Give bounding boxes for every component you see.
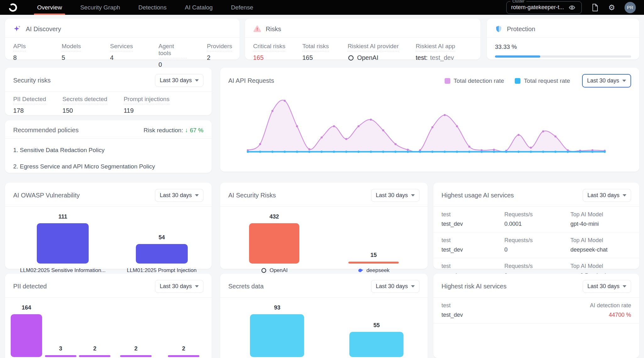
tab-overview[interactable]: Overview xyxy=(37,0,62,15)
card-ai-security-risks: AI Security Risks Last 30 days 432OpenAI… xyxy=(220,183,428,269)
period-dropdown[interactable]: Last 30 days xyxy=(155,280,203,293)
user-avatar[interactable]: PR xyxy=(625,2,636,13)
bar-column: 15deepseek xyxy=(348,252,399,274)
card-ai-api-requests: AI API Requests Total detection rate Tot… xyxy=(220,68,639,172)
risk-reduction-value: 67 % xyxy=(190,127,203,134)
requests-label: Requests/s xyxy=(504,263,570,270)
stat-label: Models xyxy=(62,43,81,51)
bar-column: 55AWS Access Key xyxy=(349,322,403,358)
stat-value: 0 xyxy=(158,61,187,68)
stat-value: 5 xyxy=(62,54,90,61)
stat-label: Providers xyxy=(207,43,232,51)
service-name: test xyxy=(441,237,504,244)
model-label: Top AI Model xyxy=(570,211,631,218)
detection-rate-value: 44700 % xyxy=(590,312,631,318)
period-dropdown[interactable]: Last 30 days xyxy=(371,280,419,293)
bar-column: 164US_SSN xyxy=(11,304,42,358)
stat-value: 8 xyxy=(13,54,42,61)
model-value: deepseek-chat xyxy=(570,247,631,253)
service-row[interactable]: testtest_dev Requests/s0.0001 Top AI Mod… xyxy=(433,207,639,232)
period-dropdown[interactable]: Last 30 days xyxy=(582,74,631,88)
protection-progress-track xyxy=(495,55,631,58)
shield-icon xyxy=(495,25,502,33)
bar-value-label: 3 xyxy=(59,345,62,352)
legend-total-request-rate[interactable]: Total request rate xyxy=(515,77,570,84)
bar xyxy=(136,244,188,264)
legend-total-detection-rate[interactable]: Total detection rate xyxy=(445,77,504,84)
bar-chart: 164US_SSN3US_SSN_RE2CRYPTO2PHONE_NUMBE..… xyxy=(5,304,212,358)
bar-column: 111LLM02:2025 Sensitive Information... xyxy=(20,213,106,274)
card-title: Risks xyxy=(266,26,281,33)
bar-category-label: OpenAI xyxy=(261,267,288,274)
bar-value-label: 55 xyxy=(373,322,380,329)
stat-label: Riskiest AI provider xyxy=(347,43,399,51)
stat-label: Total risks xyxy=(302,43,329,51)
tab-detections[interactable]: Detections xyxy=(138,0,167,15)
period-value: Last 30 days xyxy=(376,283,408,290)
bar-column: 2CRYPTO xyxy=(79,345,110,358)
settings-gear-icon[interactable]: ⚙ xyxy=(608,4,615,11)
tab-label: Detections xyxy=(138,4,167,11)
policy-item: 1. Sensitive Data Redaction Policy xyxy=(13,147,203,154)
tab-defense[interactable]: Defense xyxy=(231,0,253,15)
model-label: Top AI Model xyxy=(570,263,631,270)
bar-value-label: 432 xyxy=(269,213,279,220)
period-value: Last 30 days xyxy=(376,192,408,199)
stat-label: Services xyxy=(110,43,133,51)
detection-rate-label: AI detection rate xyxy=(590,302,631,309)
document-icon[interactable] xyxy=(591,3,599,12)
bar-column: 2PHONE_NUMBE... xyxy=(113,345,159,358)
period-dropdown[interactable]: Last 30 days xyxy=(155,189,203,202)
provider-name: OpenAI xyxy=(357,54,378,61)
period-dropdown[interactable]: Last 30 days xyxy=(371,189,419,202)
stat-label: Prompt injections xyxy=(124,96,169,104)
period-dropdown[interactable]: Last 30 days xyxy=(155,74,203,87)
tab-ai-catalog[interactable]: AI Catalog xyxy=(185,0,213,15)
service-name: test xyxy=(441,263,504,270)
bar xyxy=(11,314,42,357)
sparkle-icon xyxy=(13,25,21,33)
period-value: Last 30 days xyxy=(587,283,619,290)
stat-value: 150 xyxy=(63,107,108,114)
brand-logo-icon[interactable] xyxy=(8,3,18,12)
tab-security-graph[interactable]: Security Graph xyxy=(80,0,120,15)
chart-legend: Total detection rate Total request rate xyxy=(445,77,570,84)
service-row[interactable]: testtest_dev Requests/s0 Top AI Modeldee… xyxy=(433,232,639,258)
eye-icon[interactable] xyxy=(569,4,575,11)
period-value: Last 30 days xyxy=(587,77,619,84)
period-dropdown[interactable]: Last 30 days xyxy=(583,189,631,202)
protection-progress-fill xyxy=(495,55,540,58)
stat-label: Secrets detected xyxy=(63,96,108,104)
chevron-down-icon xyxy=(411,285,415,287)
service-workload: test_dev xyxy=(441,221,504,227)
chevron-down-icon xyxy=(622,80,626,82)
cluster-value: rotem-gatekeeper-t... xyxy=(511,4,564,11)
tab-label: Defense xyxy=(231,4,253,11)
risk-service-row[interactable]: test test_dev AI detection rate 44700 % xyxy=(433,298,639,323)
period-dropdown[interactable]: Last 30 days xyxy=(583,280,631,293)
openai-logo-icon xyxy=(347,54,354,61)
stat-label: Agent tools xyxy=(158,43,187,58)
chevron-down-icon xyxy=(195,285,199,287)
card-title: AI Discovery xyxy=(26,26,61,33)
avatar-initials: PR xyxy=(627,5,633,10)
app-workload: test_dev xyxy=(430,54,454,61)
chevron-down-icon xyxy=(195,79,199,82)
card-title: Security risks xyxy=(13,77,51,84)
service-workload: test_dev xyxy=(441,312,463,318)
stat-label: Riskiest AI app xyxy=(416,43,455,51)
bar xyxy=(249,223,299,264)
openai-logo-icon xyxy=(261,267,267,274)
card-title: PII detected xyxy=(13,283,47,290)
bar-chart: 93Base64 High Entropy String55AWS Access… xyxy=(220,304,428,358)
card-ai-owasp: AI OWASP Vulnerability Last 30 days 111L… xyxy=(5,183,212,269)
bar-value-label: 2 xyxy=(182,345,185,352)
policy-item: 2. Egress Service and API Micro Segmenta… xyxy=(13,163,203,170)
bar-value-label: 2 xyxy=(93,345,96,352)
cluster-select[interactable]: Cluster rotem-gatekeeper-t... xyxy=(506,1,582,14)
bar-column: 3US_SSN_RE xyxy=(45,345,76,358)
chevron-down-icon xyxy=(195,194,199,196)
bar xyxy=(120,355,152,357)
cluster-field-label: Cluster xyxy=(510,0,526,3)
chevron-down-icon xyxy=(411,194,415,196)
